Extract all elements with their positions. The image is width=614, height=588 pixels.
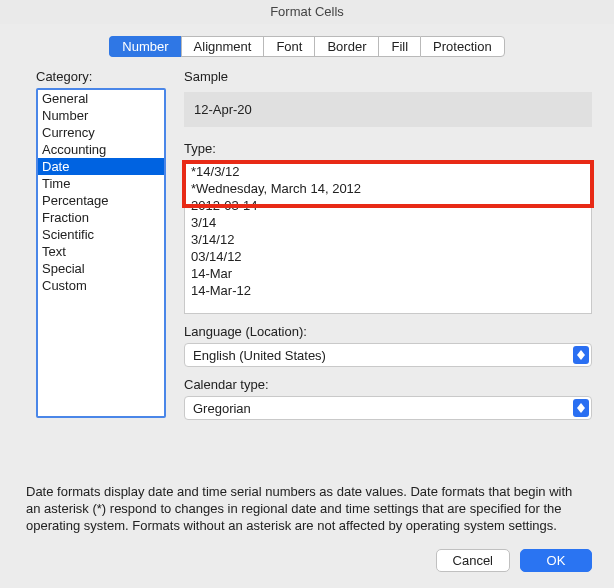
- type-item[interactable]: *14/3/12: [185, 163, 591, 180]
- category-item[interactable]: Percentage: [38, 192, 164, 209]
- type-item[interactable]: 14-Mar: [185, 265, 591, 282]
- tab-border[interactable]: Border: [314, 36, 378, 57]
- category-item[interactable]: Accounting: [38, 141, 164, 158]
- tab-number[interactable]: Number: [109, 36, 180, 57]
- type-item[interactable]: 03/14/12: [185, 248, 591, 265]
- category-item[interactable]: Currency: [38, 124, 164, 141]
- type-item[interactable]: 2012-03-14: [185, 197, 591, 214]
- tab-protection[interactable]: Protection: [420, 36, 505, 57]
- window-title: Format Cells: [0, 0, 614, 24]
- language-select[interactable]: English (United States): [184, 343, 592, 367]
- type-item[interactable]: 3/14/12: [185, 231, 591, 248]
- category-item[interactable]: Scientific: [38, 226, 164, 243]
- sample-label: Sample: [184, 69, 592, 84]
- ok-button[interactable]: OK: [520, 549, 592, 572]
- calendar-value: Gregorian: [193, 401, 251, 416]
- type-list[interactable]: *14/3/12*Wednesday, March 14, 20122012-0…: [184, 162, 592, 314]
- category-item[interactable]: Time: [38, 175, 164, 192]
- category-item[interactable]: Special: [38, 260, 164, 277]
- category-list[interactable]: GeneralNumberCurrencyAccountingDateTimeP…: [36, 88, 166, 418]
- type-item[interactable]: *Wednesday, March 14, 2012: [185, 180, 591, 197]
- cancel-button[interactable]: Cancel: [436, 549, 510, 572]
- language-value: English (United States): [193, 348, 326, 363]
- dialog-buttons: Cancel OK: [0, 535, 614, 588]
- sample-value: 12-Apr-20: [184, 92, 592, 127]
- category-item[interactable]: Date: [38, 158, 164, 175]
- svg-marker-1: [577, 355, 585, 360]
- type-label: Type:: [184, 141, 592, 156]
- category-item[interactable]: Text: [38, 243, 164, 260]
- dropdown-arrows-icon: [573, 399, 589, 417]
- dropdown-arrows-icon: [573, 346, 589, 364]
- category-item[interactable]: General: [38, 90, 164, 107]
- category-item[interactable]: Fraction: [38, 209, 164, 226]
- language-label: Language (Location):: [184, 324, 592, 339]
- format-cells-dialog: Format Cells Number Alignment Font Borde…: [0, 0, 614, 588]
- calendar-label: Calendar type:: [184, 377, 592, 392]
- svg-marker-3: [577, 408, 585, 413]
- type-item[interactable]: 14-Mar-12: [185, 282, 591, 299]
- tab-fill[interactable]: Fill: [378, 36, 420, 57]
- type-item[interactable]: 3/14: [185, 214, 591, 231]
- footer-description: Date formats display date and time seria…: [0, 478, 614, 535]
- calendar-select[interactable]: Gregorian: [184, 396, 592, 420]
- tab-alignment[interactable]: Alignment: [181, 36, 264, 57]
- category-label: Category:: [36, 69, 166, 84]
- tab-bar: Number Alignment Font Border Fill Protec…: [0, 36, 614, 57]
- category-item[interactable]: Number: [38, 107, 164, 124]
- tab-font[interactable]: Font: [263, 36, 314, 57]
- category-item[interactable]: Custom: [38, 277, 164, 294]
